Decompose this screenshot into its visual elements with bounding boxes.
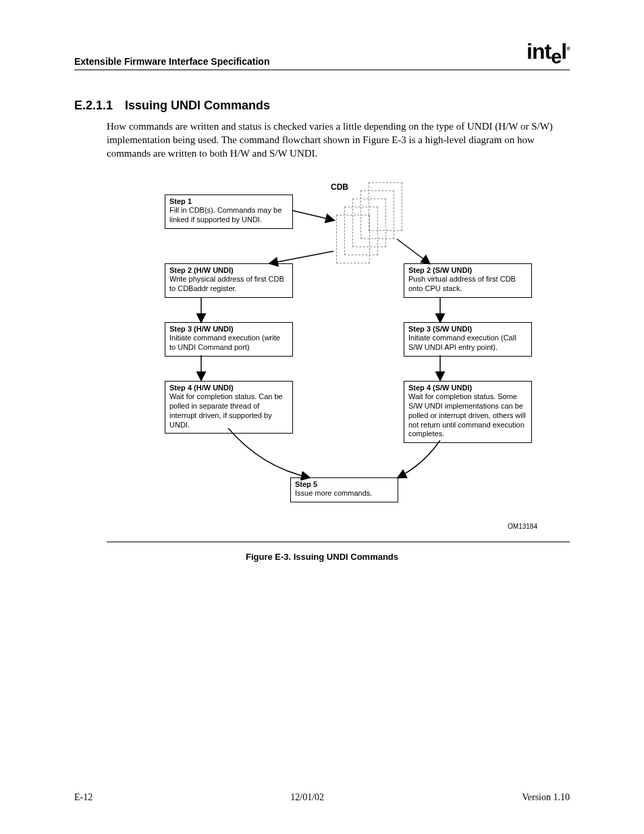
svg-line-2 xyxy=(397,239,429,263)
om-code: OM13184 xyxy=(508,523,537,530)
step5-title: Step 5 xyxy=(295,480,394,490)
page-header: Extensible Firmware Interface Specificat… xyxy=(74,41,570,70)
section-title: Issuing UNDI Commands xyxy=(125,99,270,112)
step3sw-box: Step 3 (S/W UNDI) Initiate command execu… xyxy=(404,322,532,357)
step2sw-title: Step 2 (S/W UNDI) xyxy=(408,266,527,276)
step2hw-text: Write physical address of first CDB to C… xyxy=(169,275,288,294)
footer-left: E-12 xyxy=(74,792,92,803)
step5-box: Step 5 Issue more commands. xyxy=(290,477,398,503)
step1-text: Fill in CDB(s). Commands may be linked i… xyxy=(169,206,288,225)
body-paragraph: How commands are written and status is c… xyxy=(107,120,570,161)
figure-caption: Figure E-3. Issuing UNDI Commands xyxy=(74,552,570,562)
step4hw-text: Wait for completion status. Can be polle… xyxy=(169,392,288,429)
section-heading: E.2.1.1Issuing UNDI Commands xyxy=(74,99,570,113)
page-footer: E-12 12/01/02 Version 1.10 xyxy=(74,792,570,803)
step4sw-text: Wait for completion status. Some S/W UND… xyxy=(408,392,527,439)
step3sw-title: Step 3 (S/W UNDI) xyxy=(408,325,527,334)
step3sw-text: Initiate command execution (Call S/W UND… xyxy=(408,334,527,353)
step2hw-title: Step 2 (H/W UNDI) xyxy=(169,266,288,276)
step4hw-title: Step 4 (H/W UNDI) xyxy=(169,384,288,393)
step1-box: Step 1 Fill in CDB(s). Commands may be l… xyxy=(165,194,293,229)
step2sw-box: Step 2 (S/W UNDI) Push virtual address o… xyxy=(404,263,532,298)
cdb-label: CDB xyxy=(331,182,348,192)
figure-area: CDB Step 1 Fill in CDB(s). Commands may … xyxy=(107,177,570,542)
svg-line-1 xyxy=(270,251,333,263)
step3hw-title: Step 3 (H/W UNDI) xyxy=(169,325,288,334)
footer-right: Version 1.10 xyxy=(522,792,570,803)
section-number: E.2.1.1 xyxy=(74,99,125,113)
step4hw-box: Step 4 (H/W UNDI) Wait for completion st… xyxy=(165,381,293,434)
step1-title: Step 1 xyxy=(169,197,288,207)
step3hw-text: Initiate command execution (write to UND… xyxy=(169,334,288,353)
step5-text: Issue more commands. xyxy=(295,489,394,498)
cdb-box xyxy=(336,215,370,263)
step4sw-title: Step 4 (S/W UNDI) xyxy=(408,384,527,393)
step2sw-text: Push virtual address of first CDB onto C… xyxy=(408,275,527,294)
step2hw-box: Step 2 (H/W UNDI) Write physical address… xyxy=(165,263,293,298)
footer-center: 12/01/02 xyxy=(290,792,324,803)
step3hw-box: Step 3 (H/W UNDI) Initiate command execu… xyxy=(165,322,293,357)
step4sw-box: Step 4 (S/W UNDI) Wait for completion st… xyxy=(404,381,532,444)
svg-line-0 xyxy=(293,211,333,220)
intel-logo: intel® xyxy=(527,41,570,67)
doc-title: Extensible Firmware Interface Specificat… xyxy=(74,56,269,67)
